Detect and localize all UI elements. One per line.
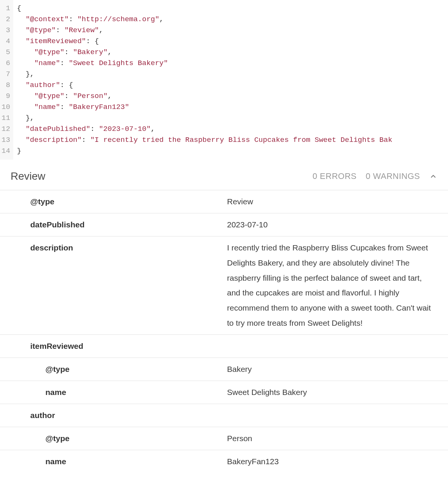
table-row: nameSweet Delights Bakery	[0, 381, 448, 404]
line-number: 9	[2, 91, 11, 102]
property-key: description	[0, 236, 224, 334]
table-row: @typeBakery	[0, 358, 448, 381]
line-number: 14	[2, 146, 11, 157]
token-brace: }	[26, 114, 30, 122]
line-gutter: 1234567891011121314	[0, 0, 13, 160]
token-punct: ,	[107, 92, 112, 100]
token-brace: }	[17, 147, 21, 155]
properties-table: @typeReviewdatePublished2023-07-10descri…	[0, 190, 448, 473]
line-number: 1	[2, 3, 11, 14]
code-line[interactable]: "datePublished": "2023-07-10",	[17, 124, 392, 135]
code-line[interactable]: "@type": "Person",	[17, 91, 392, 102]
property-key: name	[0, 381, 224, 404]
property-value: Bakery	[224, 358, 448, 381]
table-row: nameBakeryFan123	[0, 450, 448, 473]
token-punct: :	[60, 103, 69, 111]
code-editor[interactable]: 1234567891011121314 { "@context": "http:…	[0, 0, 448, 160]
property-key: datePublished	[0, 213, 224, 236]
token-punct: :	[82, 136, 90, 144]
property-value	[224, 404, 448, 427]
token-str: "BakeryFan123"	[69, 103, 129, 111]
token-punct: ,	[30, 70, 34, 78]
table-row: descriptionI recently tried the Raspberr…	[0, 236, 448, 334]
token-key: "itemReviewed"	[26, 37, 86, 45]
token-punct: :	[69, 15, 78, 23]
token-punct: :	[90, 125, 99, 133]
property-value: Review	[224, 190, 448, 213]
token-str: "Sweet Delights Bakery"	[69, 59, 168, 67]
table-row: itemReviewed	[0, 335, 448, 358]
property-value: BakeryFan123	[224, 450, 448, 473]
token-str: "2023-07-10"	[99, 125, 151, 133]
line-number: 8	[2, 80, 11, 91]
token-key: "datePublished"	[26, 125, 90, 133]
token-punct: :	[56, 26, 64, 34]
token-key: "@context"	[26, 15, 69, 23]
code-content[interactable]: { "@context": "http://schema.org", "@typ…	[13, 0, 392, 160]
token-key: "@type"	[26, 26, 56, 34]
code-line[interactable]: "@type": "Bakery",	[17, 47, 392, 58]
property-value: Sweet Delights Bakery	[224, 381, 448, 404]
table-row: datePublished2023-07-10	[0, 213, 448, 236]
token-brace: {	[69, 81, 73, 89]
token-punct: ,	[151, 125, 155, 133]
warnings-count: 0 WARNINGS	[366, 171, 420, 181]
property-key: @type	[0, 190, 224, 213]
token-key: "@type"	[34, 92, 64, 100]
table-row: @typePerson	[0, 427, 448, 450]
token-str: "Bakery"	[73, 48, 107, 56]
property-key: @type	[0, 358, 224, 381]
errors-count: 0 ERRORS	[313, 171, 356, 181]
chevron-up-icon[interactable]	[429, 172, 437, 180]
token-key: "name"	[34, 103, 60, 111]
property-value: 2023-07-10	[224, 213, 448, 236]
token-punct: :	[60, 81, 69, 89]
token-str: "I recently tried the Raspberry Bliss Cu…	[90, 136, 392, 144]
line-number: 6	[2, 58, 11, 69]
results-status: 0 ERRORS 0 WARNINGS	[313, 171, 437, 181]
property-key: author	[0, 404, 224, 427]
code-line[interactable]: },	[17, 69, 392, 80]
token-punct: ,	[159, 15, 163, 23]
token-punct: ,	[30, 114, 34, 122]
code-line[interactable]: }	[17, 146, 392, 157]
line-number: 7	[2, 69, 11, 80]
property-key: itemReviewed	[0, 335, 224, 358]
token-brace: {	[95, 37, 99, 45]
code-line[interactable]: "@type": "Review",	[17, 25, 392, 36]
token-key: "@type"	[34, 48, 64, 56]
token-str: "Review"	[64, 26, 99, 34]
line-number: 13	[2, 135, 11, 146]
code-line[interactable]: "description": "I recently tried the Ras…	[17, 135, 392, 146]
line-number: 10	[2, 102, 11, 113]
property-key: name	[0, 450, 224, 473]
token-brace: {	[17, 4, 21, 12]
token-punct: ,	[99, 26, 103, 34]
code-line[interactable]: {	[17, 3, 392, 14]
token-brace: }	[26, 70, 30, 78]
token-punct: :	[60, 59, 69, 67]
code-line[interactable]: "name": "Sweet Delights Bakery"	[17, 58, 392, 69]
code-line[interactable]: },	[17, 113, 392, 124]
token-punct: :	[86, 37, 95, 45]
property-key: @type	[0, 427, 224, 450]
token-str: "Person"	[73, 92, 107, 100]
token-key: "description"	[26, 136, 82, 144]
code-line[interactable]: "@context": "http://schema.org",	[17, 14, 392, 25]
property-value	[224, 335, 448, 358]
token-punct: :	[64, 48, 73, 56]
table-row: @typeReview	[0, 190, 448, 213]
code-line[interactable]: "author": {	[17, 80, 392, 91]
line-number: 2	[2, 14, 11, 25]
line-number: 4	[2, 36, 11, 47]
line-number: 11	[2, 113, 11, 124]
token-str: "http://schema.org"	[77, 15, 159, 23]
property-value: I recently tried the Raspberry Bliss Cup…	[224, 236, 448, 334]
code-line[interactable]: "itemReviewed": {	[17, 36, 392, 47]
token-punct: ,	[107, 48, 112, 56]
line-number: 12	[2, 124, 11, 135]
results-header: Review 0 ERRORS 0 WARNINGS	[0, 160, 448, 190]
code-line[interactable]: "name": "BakeryFan123"	[17, 102, 392, 113]
token-punct: :	[64, 92, 73, 100]
line-number: 5	[2, 47, 11, 58]
